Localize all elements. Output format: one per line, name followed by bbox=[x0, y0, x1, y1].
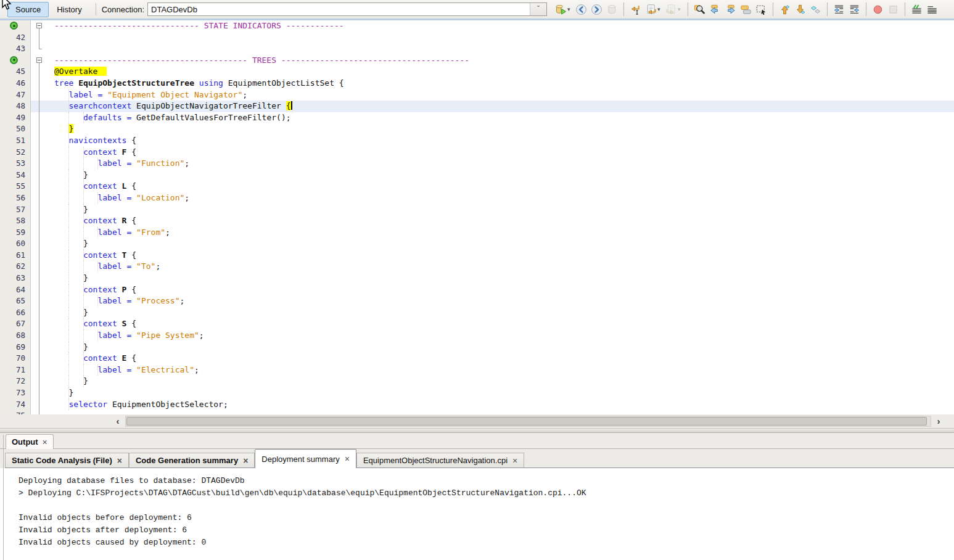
gutter-annotation-glyph-icon[interactable] bbox=[0, 20, 31, 32]
code-text[interactable]: context F { bbox=[48, 147, 954, 159]
line-number[interactable]: 70 bbox=[0, 353, 31, 364]
fold-margin[interactable] bbox=[31, 399, 48, 411]
fold-margin[interactable] bbox=[31, 215, 48, 227]
code-line-60[interactable]: 60 } bbox=[0, 238, 954, 250]
code-line-69[interactable]: 69 } bbox=[0, 342, 954, 353]
line-number[interactable]: 68 bbox=[0, 330, 31, 342]
code-text[interactable]: } bbox=[48, 238, 954, 250]
code-text[interactable]: defaults = GetDefaultValuesForTreeFilter… bbox=[48, 112, 954, 124]
fold-margin[interactable] bbox=[31, 261, 48, 273]
line-number[interactable]: 57 bbox=[0, 204, 31, 216]
find-next-button[interactable] bbox=[723, 2, 738, 17]
code-line-75[interactable]: 75 bbox=[0, 410, 954, 414]
back-in-document-button-dropdown-icon[interactable]: ▾ bbox=[657, 6, 663, 12]
fold-margin[interactable] bbox=[31, 387, 48, 399]
line-number[interactable]: 42 bbox=[0, 32, 31, 44]
line-number[interactable]: 62 bbox=[0, 261, 31, 273]
line-number[interactable]: 43 bbox=[0, 43, 31, 55]
fold-margin[interactable] bbox=[31, 89, 48, 101]
close-icon[interactable]: × bbox=[43, 439, 47, 445]
find-selection-button[interactable] bbox=[692, 2, 707, 17]
code-text[interactable]: label = "Equipment Object Navigator"; bbox=[48, 89, 954, 101]
line-number[interactable]: 53 bbox=[0, 158, 31, 170]
code-line-70[interactable]: 70 context E { bbox=[0, 353, 954, 364]
line-number[interactable]: 71 bbox=[0, 364, 31, 376]
line-number[interactable]: 45 bbox=[0, 66, 31, 78]
back-in-document-button[interactable] bbox=[643, 2, 659, 17]
line-number[interactable]: 52 bbox=[0, 147, 31, 159]
close-icon[interactable]: × bbox=[345, 456, 350, 462]
code-line-48[interactable]: 48 searchcontext EquipObjectNavigatorTre… bbox=[0, 101, 954, 112]
fold-collapse-icon[interactable] bbox=[36, 57, 42, 63]
code-text[interactable]: } bbox=[48, 123, 954, 135]
line-number[interactable]: 54 bbox=[0, 170, 31, 181]
close-icon[interactable]: × bbox=[512, 458, 517, 464]
code-text[interactable]: label = "Function"; bbox=[48, 158, 954, 170]
fold-margin[interactable] bbox=[31, 32, 48, 44]
code-text[interactable]: ------------------------------ STATE IND… bbox=[48, 20, 954, 32]
code-line-61[interactable]: 61 context T { bbox=[0, 250, 954, 261]
output-window-tab[interactable]: Output × bbox=[6, 434, 54, 449]
back-button[interactable] bbox=[574, 2, 589, 17]
code-line-47[interactable]: 47 label = "Equipment Object Navigator"; bbox=[0, 89, 954, 101]
code-line-54[interactable]: 54 } bbox=[0, 170, 954, 181]
line-number[interactable]: 72 bbox=[0, 376, 31, 387]
line-number[interactable]: 64 bbox=[0, 284, 31, 296]
line-number[interactable]: 63 bbox=[0, 273, 31, 284]
fold-margin[interactable] bbox=[31, 135, 48, 147]
output-tab-static-code-analysis[interactable]: Static Code Analysis (File)× bbox=[5, 453, 129, 468]
fold-margin[interactable] bbox=[31, 101, 48, 112]
code-text[interactable]: label = "Process"; bbox=[48, 295, 954, 307]
code-text[interactable]: navicontexts { bbox=[48, 135, 954, 147]
fold-margin[interactable] bbox=[31, 55, 48, 67]
line-number[interactable]: 69 bbox=[0, 342, 31, 353]
line-number[interactable]: 56 bbox=[0, 192, 31, 204]
code-text[interactable]: label = "To"; bbox=[48, 261, 954, 273]
code-line-49[interactable]: 49 defaults = GetDefaultValuesForTreeFil… bbox=[0, 112, 954, 124]
fold-margin[interactable] bbox=[31, 204, 48, 216]
line-number[interactable]: 47 bbox=[0, 89, 31, 101]
code-text[interactable]: context L { bbox=[48, 181, 954, 192]
fold-margin[interactable] bbox=[31, 410, 48, 414]
code-text[interactable]: } bbox=[48, 376, 954, 387]
fold-margin[interactable] bbox=[31, 112, 48, 124]
code-line-51[interactable]: 51 navicontexts { bbox=[0, 135, 954, 147]
line-number[interactable]: 73 bbox=[0, 387, 31, 399]
output-tab-code-generation-summary[interactable]: Code Generation summary× bbox=[129, 453, 255, 468]
fold-margin[interactable] bbox=[31, 307, 48, 319]
fold-margin[interactable] bbox=[31, 192, 48, 204]
rectangular-selection-button[interactable] bbox=[754, 2, 769, 17]
fold-margin[interactable] bbox=[31, 123, 48, 135]
line-number[interactable]: 49 bbox=[0, 112, 31, 124]
panel-splitter[interactable] bbox=[0, 428, 954, 433]
gutter-annotation-glyph-icon[interactable] bbox=[0, 55, 31, 67]
source-view-button[interactable]: Source bbox=[7, 2, 49, 17]
code-text[interactable]: label = "From"; bbox=[48, 227, 954, 239]
previous-bookmark-button[interactable] bbox=[777, 2, 792, 17]
close-icon[interactable]: × bbox=[243, 458, 248, 464]
line-number[interactable]: 67 bbox=[0, 318, 31, 330]
fold-margin[interactable] bbox=[31, 78, 48, 89]
code-text[interactable]: } bbox=[48, 307, 954, 319]
code-line-65[interactable]: 65 label = "Process"; bbox=[0, 295, 954, 307]
fold-collapse-icon[interactable] bbox=[36, 23, 42, 28]
line-number[interactable]: 66 bbox=[0, 307, 31, 319]
chevron-down-icon[interactable]: ˇ bbox=[530, 3, 546, 15]
code-text[interactable]: label = "Pipe System"; bbox=[48, 330, 954, 342]
fold-margin[interactable] bbox=[31, 238, 48, 250]
line-number[interactable]: 51 bbox=[0, 135, 31, 147]
deployment-console[interactable]: Deploying database files to database: DT… bbox=[0, 468, 954, 560]
code-line-53[interactable]: 53 label = "Function"; bbox=[0, 158, 954, 170]
line-number[interactable]: 61 bbox=[0, 250, 31, 261]
fold-margin[interactable] bbox=[31, 170, 48, 181]
code-text[interactable]: label = "Location"; bbox=[48, 192, 954, 204]
code-line-66[interactable]: 66 } bbox=[0, 307, 954, 319]
find-previous-button[interactable] bbox=[707, 2, 723, 17]
fold-margin[interactable] bbox=[31, 181, 48, 192]
code-line-57[interactable]: 57 } bbox=[0, 204, 954, 216]
code-line-56[interactable]: 56 label = "Location"; bbox=[0, 192, 954, 204]
code-line-45[interactable]: 45@Overtake bbox=[0, 66, 954, 78]
code-text[interactable]: } bbox=[48, 342, 954, 353]
code-line-55[interactable]: 55 context L { bbox=[0, 181, 954, 192]
code-editor[interactable]: ------------------------------ STATE IND… bbox=[0, 20, 954, 414]
